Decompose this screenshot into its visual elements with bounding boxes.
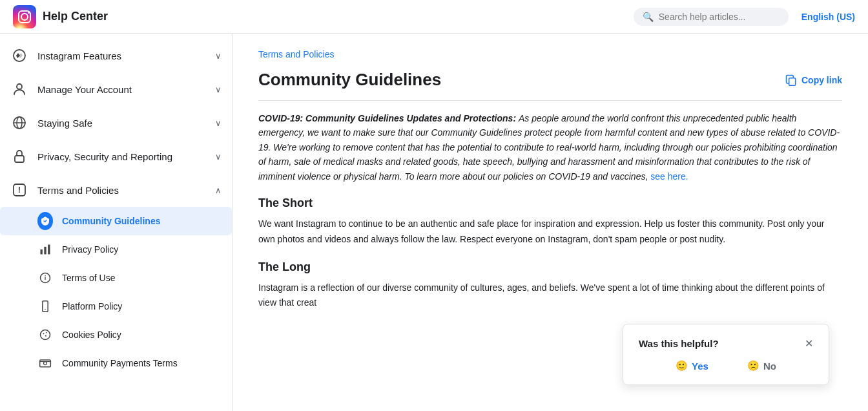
helpful-header: Was this helpful? ✕ xyxy=(639,337,813,350)
sidebar-subitem-community-guidelines[interactable]: Community Guidelines xyxy=(0,207,232,235)
svg-rect-11 xyxy=(15,156,24,162)
svg-marker-6 xyxy=(16,53,20,58)
search-bar[interactable]: 🔍 xyxy=(634,8,789,26)
person-icon xyxy=(10,80,28,98)
sidebar-subitem-label-privacy-policy: Privacy Policy xyxy=(62,244,118,255)
svg-point-7 xyxy=(17,84,22,89)
helpful-no-button[interactable]: 🙁 No xyxy=(747,360,776,372)
svg-point-20 xyxy=(45,309,46,310)
sidebar-subitem-community-payments[interactable]: Community Payments Terms xyxy=(0,349,232,377)
shield-active-icon xyxy=(37,213,53,229)
sidebar-label-manage-account: Manage Your Account xyxy=(37,84,132,95)
helpful-yes-button[interactable]: 🙂 Yes xyxy=(676,360,708,372)
sidebar-label-instagram-features: Instagram Features xyxy=(37,50,121,61)
copy-icon xyxy=(785,74,798,87)
smiley-icon: 🙂 xyxy=(676,360,688,372)
header-right: 🔍 English (US) xyxy=(634,8,855,26)
title-divider xyxy=(258,100,842,101)
svg-point-26 xyxy=(44,362,47,365)
svg-rect-25 xyxy=(40,360,51,367)
content-area: Terms and Policies Community Guidelines … xyxy=(232,34,868,411)
mobile-icon xyxy=(37,299,53,314)
language-button[interactable]: English (US) xyxy=(801,12,855,22)
sidebar-subitem-label-cookies-policy: Cookies Policy xyxy=(62,330,121,340)
sidebar-label-terms-policies: Terms and Policies xyxy=(37,185,119,196)
svg-rect-0 xyxy=(13,5,36,28)
svg-point-23 xyxy=(46,332,47,333)
compass-icon xyxy=(10,47,28,65)
breadcrumb[interactable]: Terms and Policies xyxy=(258,49,842,59)
alert-circle-icon: ! xyxy=(10,181,28,199)
short-section-body: We want Instagram to continue to be an a… xyxy=(258,216,842,248)
sidebar-subitem-terms-of-use[interactable]: i Terms of Use xyxy=(0,264,232,292)
svg-point-3 xyxy=(28,12,30,14)
covid-bold-text: COVID-19: Community Guidelines Updates a… xyxy=(258,113,516,123)
chevron-down-icon: ∨ xyxy=(215,85,222,94)
globe-icon xyxy=(10,114,28,132)
page-title: Community Guidelines xyxy=(258,70,441,90)
frown-icon: 🙁 xyxy=(747,360,760,372)
main-layout: Instagram Features ∨ Manage Your Account… xyxy=(0,34,868,411)
copy-link-label: Copy link xyxy=(801,75,842,85)
info-circle-icon: i xyxy=(37,270,53,286)
no-label: No xyxy=(763,361,776,372)
svg-text:i: i xyxy=(45,275,46,281)
svg-point-22 xyxy=(43,333,45,334)
svg-point-21 xyxy=(41,330,50,340)
yes-label: Yes xyxy=(692,361,708,372)
site-title: Help Center xyxy=(43,10,108,23)
lock-icon xyxy=(10,147,28,165)
chevron-down-icon: ∨ xyxy=(215,51,222,61)
sidebar-item-staying-safe[interactable]: Staying Safe ∨ xyxy=(0,106,232,140)
header-left: Help Center xyxy=(13,5,108,28)
svg-rect-15 xyxy=(44,247,46,255)
sidebar-subitem-label-community-payments: Community Payments Terms xyxy=(62,358,178,368)
covid-section-text: COVID-19: Community Guidelines Updates a… xyxy=(258,111,842,184)
cookie-icon xyxy=(37,327,53,342)
short-section-title: The Short xyxy=(258,196,842,210)
chevron-down-icon: ∨ xyxy=(215,118,222,128)
bar-chart-icon xyxy=(37,242,53,257)
sidebar-subitem-cookies-policy[interactable]: Cookies Policy xyxy=(0,321,232,349)
sidebar: Instagram Features ∨ Manage Your Account… xyxy=(0,34,232,411)
search-icon: 🔍 xyxy=(643,12,654,22)
covid-link[interactable]: see here. xyxy=(650,171,688,182)
long-section-body: Instagram is a reflection of our diverse… xyxy=(258,280,842,311)
sidebar-subitem-label-terms-of-use: Terms of Use xyxy=(62,273,115,283)
chevron-down-icon: ∨ xyxy=(215,152,222,162)
sidebar-item-manage-account[interactable]: Manage Your Account ∨ xyxy=(0,72,232,106)
helpful-title: Was this helpful? xyxy=(639,338,719,349)
instagram-logo xyxy=(13,5,36,28)
header: Help Center 🔍 English (US) xyxy=(0,0,868,34)
sidebar-label-privacy-security: Privacy, Security and Reporting xyxy=(37,151,172,162)
sidebar-subitem-platform-policy[interactable]: Platform Policy xyxy=(0,292,232,321)
svg-rect-14 xyxy=(41,249,43,255)
sidebar-subitem-label-platform-policy: Platform Policy xyxy=(62,301,122,311)
svg-rect-28 xyxy=(789,78,796,85)
svg-rect-16 xyxy=(48,245,50,255)
helpful-buttons: 🙂 Yes 🙁 No xyxy=(639,360,813,372)
svg-point-24 xyxy=(45,335,46,337)
chevron-up-icon: ∧ xyxy=(215,185,222,195)
sidebar-item-terms-policies[interactable]: ! Terms and Policies ∧ xyxy=(0,173,232,207)
sidebar-item-privacy-security[interactable]: Privacy, Security and Reporting ∨ xyxy=(0,140,232,173)
sidebar-item-instagram-features[interactable]: Instagram Features ∨ xyxy=(0,39,232,72)
copy-link-button[interactable]: Copy link xyxy=(785,74,842,87)
svg-text:!: ! xyxy=(18,185,21,195)
helpful-popup: Was this helpful? ✕ 🙂 Yes 🙁 No xyxy=(623,324,829,385)
close-popup-button[interactable]: ✕ xyxy=(805,337,813,350)
payment-icon xyxy=(37,355,53,371)
sidebar-label-staying-safe: Staying Safe xyxy=(37,118,92,129)
search-input[interactable] xyxy=(659,12,780,22)
sidebar-subitem-privacy-policy[interactable]: Privacy Policy xyxy=(0,235,232,264)
long-section-title: The Long xyxy=(258,260,842,274)
title-row: Community Guidelines Copy link xyxy=(258,70,842,90)
svg-rect-19 xyxy=(43,301,48,312)
sidebar-subitem-label-community-guidelines: Community Guidelines xyxy=(62,216,160,226)
